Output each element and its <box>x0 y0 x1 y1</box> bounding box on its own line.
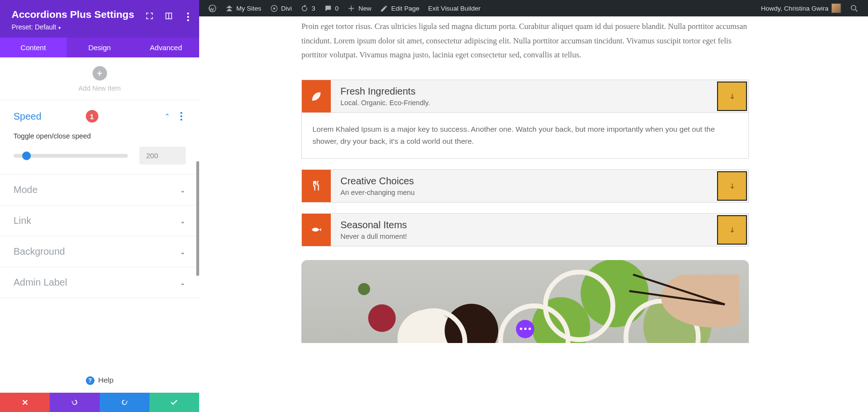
annotation-badge: 1 <box>86 110 98 123</box>
plus-icon: + <box>93 66 107 81</box>
help-icon: ? <box>86 376 95 385</box>
accordion-item: Creative Choices An ever-changing menu <box>301 169 749 203</box>
section-title: Admin Label <box>14 277 180 288</box>
module-actions-fab[interactable] <box>516 320 534 338</box>
comments[interactable]: 0 <box>320 0 343 16</box>
save-button[interactable] <box>149 393 199 412</box>
exit-vb-label: Exit Visual Builder <box>428 5 481 12</box>
tab-content[interactable]: Content <box>0 38 67 57</box>
help-label: Help <box>98 376 114 384</box>
wp-logo[interactable] <box>204 0 221 16</box>
section-admin-label[interactable]: Admin Label⌄ <box>0 267 199 298</box>
chevron-down-icon: ⌄ <box>180 217 186 225</box>
accordion-title: Seasonal Items <box>340 220 706 231</box>
section-background[interactable]: Background⌄ <box>0 236 199 267</box>
section-title: Background <box>14 246 180 257</box>
expand-icon[interactable] <box>145 12 154 22</box>
tab-advanced[interactable]: Advanced <box>133 38 199 57</box>
accordion-header[interactable]: Creative Choices An ever-changing menu <box>301 169 749 203</box>
chevron-up-icon[interactable]: ⌃ <box>164 112 170 120</box>
wp-adminbar: My Sites Divi 3 0 New Edit Page Exit Vis… <box>199 0 868 16</box>
my-sites[interactable]: My Sites <box>221 0 266 16</box>
slider-thumb[interactable] <box>22 151 31 160</box>
hero-image <box>301 260 749 343</box>
speed-value-input[interactable]: 200 <box>139 147 186 165</box>
cancel-button[interactable] <box>0 393 50 412</box>
lead-paragraph: Proin eget tortor risus. Cras ultricies … <box>301 19 749 62</box>
new[interactable]: New <box>343 0 376 16</box>
settings-panel: Accordions Plus Settings Preset: Default… <box>0 0 199 412</box>
tab-design[interactable]: Design <box>67 38 133 57</box>
accordion-title: Fresh Ingredients <box>340 86 706 97</box>
redo-button[interactable] <box>100 393 149 412</box>
section-title: Mode <box>14 184 180 195</box>
edit-page-label: Edit Page <box>391 5 420 12</box>
accordion-item: Fresh Ingredients Local. Organic. Eco-Fr… <box>301 80 749 159</box>
updates[interactable]: 3 <box>296 0 320 16</box>
section-title: Link <box>14 215 180 226</box>
page-body: Proin eget tortor risus. Cras ultricies … <box>199 16 868 412</box>
more-icon[interactable] <box>184 12 192 22</box>
utensils-icon <box>302 170 331 202</box>
site-name-label: Divi <box>281 5 292 12</box>
chevron-down-icon: ⌄ <box>180 279 186 287</box>
tabs: Content Design Advanced <box>0 38 199 57</box>
section-mode[interactable]: Mode⌄ <box>0 174 199 205</box>
accordion-header[interactable]: Seasonal Items Never a dull moment! <box>301 213 749 247</box>
accordion-subtitle: An ever-changing menu <box>340 189 706 196</box>
accordion-module: Fresh Ingredients Local. Organic. Eco-Fr… <box>301 80 749 247</box>
panel-footer <box>0 393 199 412</box>
help-link[interactable]: ?Help <box>0 368 199 393</box>
preset-label: Preset: Default <box>12 23 56 31</box>
accordion-toggle[interactable] <box>717 82 747 111</box>
edit-page[interactable]: Edit Page <box>376 0 424 16</box>
accordion-subtitle: Never a dull moment! <box>340 233 706 240</box>
caret-down-icon: ▾ <box>57 25 61 30</box>
howdy-user[interactable]: Howdy, Christina Gwira <box>757 0 845 16</box>
add-item[interactable]: + Add New Item <box>0 57 199 100</box>
svg-point-2 <box>273 7 275 9</box>
site-name[interactable]: Divi <box>266 0 297 16</box>
leaf-icon <box>302 80 331 112</box>
section-more-icon[interactable] <box>177 112 186 121</box>
preview-area: My Sites Divi 3 0 New Edit Page Exit Vis… <box>199 0 868 412</box>
fish-icon <box>302 214 331 246</box>
section-link[interactable]: Link⌄ <box>0 205 199 236</box>
updates-count: 3 <box>312 5 315 12</box>
avatar <box>831 3 841 13</box>
accordion-subtitle: Local. Organic. Eco-Friendly. <box>340 99 706 107</box>
accordion-title: Creative Choices <box>340 176 706 187</box>
panel-header: Accordions Plus Settings Preset: Default… <box>0 0 199 38</box>
my-sites-label: My Sites <box>236 5 261 12</box>
search-icon[interactable] <box>845 0 863 16</box>
accordion-body: Lorem Khaled Ipsum is a major key to suc… <box>301 113 749 159</box>
accordion-header[interactable]: Fresh Ingredients Local. Organic. Eco-Fr… <box>301 80 749 113</box>
section-speed: Speed 1 ⌃ Toggle open/close speed 200 <box>0 100 199 174</box>
accordion-toggle[interactable] <box>717 171 747 201</box>
comments-count: 0 <box>335 5 339 12</box>
preset-selector[interactable]: Preset: Default ▾ <box>12 23 188 31</box>
new-label: New <box>358 5 371 12</box>
chevron-down-icon: ⌄ <box>180 248 186 256</box>
undo-button[interactable] <box>50 393 99 412</box>
field-label: Toggle open/close speed <box>14 132 186 140</box>
howdy-label: Howdy, Christina Gwira <box>761 5 828 12</box>
accordion-item: Seasonal Items Never a dull moment! <box>301 213 749 247</box>
chevron-down-icon: ⌄ <box>180 186 186 194</box>
panel-body: + Add New Item Speed 1 ⌃ Toggle open/clo… <box>0 57 199 368</box>
accordion-toggle[interactable] <box>717 215 747 245</box>
section-title[interactable]: Speed <box>14 111 80 122</box>
svg-point-3 <box>851 5 856 10</box>
exit-visual-builder[interactable]: Exit Visual Builder <box>424 0 485 16</box>
speed-slider[interactable] <box>14 154 128 158</box>
add-item-label: Add New Item <box>0 84 199 92</box>
wireframe-icon[interactable] <box>164 12 173 22</box>
